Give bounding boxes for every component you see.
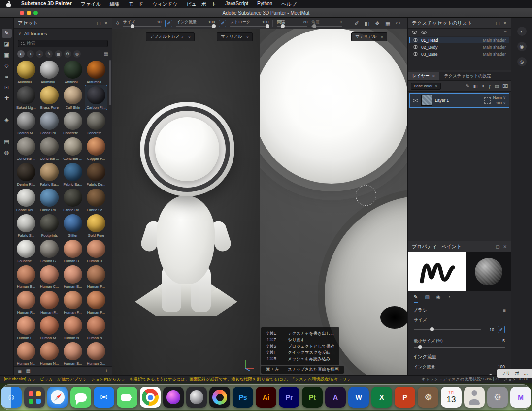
assets-scrollbar[interactable] (109, 60, 111, 105)
texture-set-row[interactable]: 01_HeadMain shader (409, 37, 509, 43)
camera-select[interactable]: デフォルトカメラ ∨ (146, 32, 195, 41)
dock-system-settings[interactable]: ⚙ (487, 387, 508, 408)
environment-icon[interactable]: ◉ (517, 42, 527, 51)
texture-filter-icon[interactable]: ▦ (55, 50, 62, 58)
dock-messages[interactable] (70, 387, 91, 408)
radial-symmetry-icon[interactable]: ❖ (375, 20, 380, 27)
asset-item[interactable]: Fabric De... (85, 161, 107, 187)
dock-contacts[interactable] (464, 387, 485, 408)
flow-slider[interactable] (176, 26, 215, 27)
dock-calendar[interactable]: 7月13 (441, 387, 462, 408)
dock-mail[interactable]: ✉ (94, 387, 114, 408)
asset-item[interactable]: Aluminiu... (15, 59, 37, 85)
asset-item[interactable]: Human B... (85, 238, 107, 264)
asset-item[interactable]: Human B... (62, 238, 84, 264)
grid-view-icon[interactable]: ▦ (26, 368, 30, 374)
size-pressure-toggle[interactable]: ✐ (165, 20, 172, 27)
spacing-slider-knob[interactable] (281, 24, 285, 28)
assets-popout-icon[interactable]: ▢ (97, 21, 101, 26)
library-selector[interactable]: ∨ All libraries (14, 29, 112, 38)
dock-m-app[interactable]: M (510, 387, 531, 408)
asset-item[interactable]: Footprints (38, 213, 61, 238)
flow-slider-knob[interactable] (212, 24, 216, 28)
asset-item[interactable]: Ground G... (38, 238, 61, 264)
material-filter-icon[interactable]: ◐ (17, 50, 25, 58)
smudge-tool-icon[interactable]: ≈ (2, 72, 12, 81)
asset-item[interactable]: Human F... (62, 289, 84, 315)
size-slider-knob[interactable] (131, 24, 134, 28)
brush-filter-icon[interactable]: ✎ (45, 50, 53, 58)
dock-excel[interactable]: X (371, 387, 392, 408)
asset-item[interactable]: Glitter (62, 213, 84, 238)
dock-sphere-app[interactable] (186, 387, 207, 408)
material-picker-tool-icon[interactable]: ✚ (2, 94, 12, 103)
asset-item[interactable]: Human F... (85, 264, 107, 289)
asset-item[interactable]: Artificial... (62, 59, 84, 85)
tab-texture-set-settings[interactable]: テクスチャセットの設定 (439, 72, 495, 80)
asset-item[interactable]: Concrete ... (85, 110, 107, 136)
layer-name[interactable]: Layer 1 (435, 98, 449, 103)
resource-filter-icon[interactable]: ◍ (73, 50, 81, 58)
stroke-settings-icon[interactable]: ◊ (116, 20, 119, 26)
shading-select-2d[interactable]: マテリアル ∨ (351, 32, 387, 41)
asset-item[interactable]: Concrete ... (38, 136, 61, 161)
flow-control[interactable]: インク流量100 (176, 20, 215, 27)
lazy-mouse-icon[interactable]: ✐ (354, 20, 359, 27)
asset-item[interactable]: Fabric Ba... (38, 161, 61, 187)
dock-facetime[interactable] (117, 387, 137, 408)
asset-item[interactable]: Human F... (38, 289, 61, 315)
angle-slider[interactable] (311, 26, 342, 27)
quick-mask-icon[interactable]: ◈ (2, 115, 12, 125)
dock-substance-painter[interactable]: Pt (302, 387, 323, 408)
properties-popout-icon[interactable]: ▢ (496, 244, 500, 249)
asset-item[interactable]: Concrete ... (62, 136, 84, 161)
stroke-opacity-slider[interactable] (230, 26, 268, 27)
smart-material-filter-icon[interactable]: ◑ (27, 50, 34, 58)
dock-launchpad[interactable] (24, 387, 45, 408)
dock-word[interactable]: W (348, 387, 369, 408)
asset-item[interactable]: Human S... (62, 341, 84, 366)
layer-visibility-icon[interactable] (413, 99, 418, 102)
prop-size-knob[interactable] (430, 327, 434, 331)
asset-item[interactable]: Fabric Kni... (15, 187, 37, 213)
asset-item[interactable]: Human F... (85, 289, 107, 315)
dock-davinci-resolve[interactable] (209, 387, 230, 408)
dock-affinity[interactable]: A (325, 387, 346, 408)
spacing-slider[interactable] (277, 26, 307, 27)
environment-filter-icon[interactable]: ⚙ (64, 50, 71, 58)
assets-close-icon[interactable]: ✕ (104, 21, 108, 26)
dock-illustrator[interactable]: Ai (256, 387, 276, 408)
asset-item[interactable]: Calf Skin (62, 85, 84, 110)
dock-helm-app[interactable]: ☸ (418, 387, 438, 408)
asset-item[interactable]: Gouache ... (15, 238, 37, 264)
display-settings-icon[interactable]: ◐ (517, 27, 527, 36)
asset-item[interactable]: Human B... (15, 264, 37, 289)
brush-tab[interactable]: ✎ (414, 294, 418, 303)
add-paint-icon[interactable]: ✎ (466, 83, 470, 89)
polygon-fill-tool-icon[interactable]: ◇ (2, 61, 12, 70)
asset-item[interactable]: Aluminiu... (38, 59, 61, 85)
clone-tool-icon[interactable]: ⊡ (2, 83, 12, 92)
menu-item-5[interactable]: ビューポート (182, 1, 221, 8)
angle-control[interactable]: 角度8 (311, 20, 342, 27)
layer-mask-placeholder[interactable] (484, 97, 491, 104)
layer-row-layer1[interactable]: Layer 1 Norm ∨ 100 ∨ (409, 93, 509, 108)
history-icon[interactable]: ◷ (517, 57, 527, 66)
asset-item[interactable]: Cobalt Pu... (38, 110, 61, 136)
size-control[interactable]: サイズ10 (123, 20, 161, 27)
dock-finder[interactable]: ☺ (1, 387, 22, 408)
close-window-button[interactable] (20, 11, 24, 15)
channel-select[interactable]: Base color ∨ (411, 83, 441, 90)
display-stack-icon[interactable]: ≣ (2, 126, 12, 135)
filter-grid-view-icon[interactable]: ▦ (104, 51, 108, 57)
stroke-opacity-control[interactable]: ストローク...100 (230, 20, 268, 27)
layer-thumbnail[interactable] (421, 95, 432, 106)
size-slider[interactable] (123, 26, 161, 27)
menu-item-6[interactable]: JavaScript (221, 1, 253, 8)
flow-pressure-toggle[interactable]: ✐ (219, 20, 226, 27)
search-box[interactable] (18, 40, 108, 47)
asset-item[interactable]: Fabric Sc... (85, 187, 107, 213)
add-smart-material-icon[interactable]: ✦ (481, 83, 485, 89)
texture-set-visibility-icon[interactable] (413, 38, 418, 42)
stroke-opacity-knob[interactable] (266, 24, 269, 28)
